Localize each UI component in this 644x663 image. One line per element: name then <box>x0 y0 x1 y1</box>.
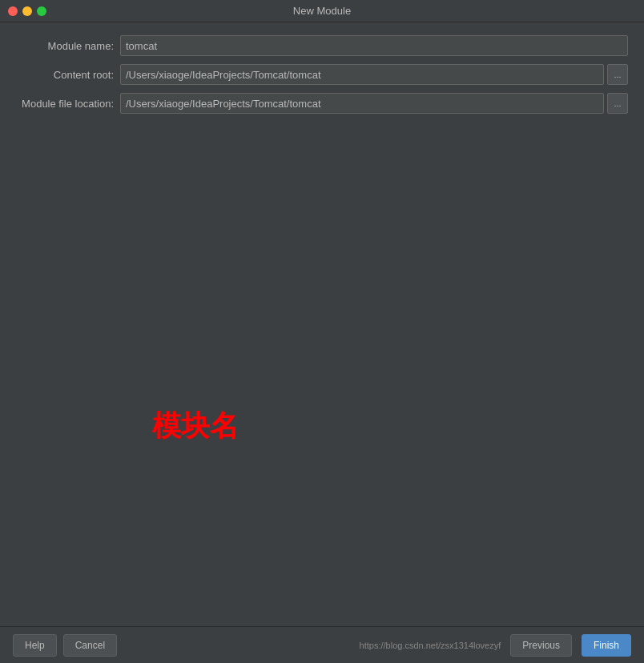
window-controls[interactable] <box>8 6 46 16</box>
module-name-input-wrap <box>120 35 628 56</box>
chinese-annotation-label: 模块名 <box>152 407 239 446</box>
content-root-input-wrap: ... <box>120 64 628 85</box>
module-file-location-label: Module file location: <box>16 98 120 110</box>
content-root-browse-button[interactable]: ... <box>607 64 628 85</box>
title-bar: New Module <box>0 0 644 22</box>
close-button[interactable] <box>8 6 18 16</box>
cancel-button[interactable]: Cancel <box>63 634 117 657</box>
content-root-input[interactable] <box>120 64 604 85</box>
bottom-bar: Help Cancel https://blog.csdn.net/zsx131… <box>0 626 644 663</box>
window-title: New Module <box>293 5 351 17</box>
module-name-label: Module name: <box>16 40 120 52</box>
dialog-content: Module name: Content root: ... Module fi… <box>0 22 644 135</box>
bottom-right-area: https://blog.csdn.net/zsx1314lovezyf Pre… <box>360 634 631 657</box>
previous-button[interactable]: Previous <box>510 634 572 657</box>
bottom-left-buttons: Help Cancel <box>13 634 117 657</box>
maximize-button[interactable] <box>37 6 46 16</box>
content-root-row: Content root: ... <box>16 64 628 85</box>
help-button[interactable]: Help <box>13 634 57 657</box>
module-name-input[interactable] <box>120 35 628 56</box>
url-label: https://blog.csdn.net/zsx1314lovezyf <box>360 641 501 650</box>
minimize-button[interactable] <box>22 6 32 16</box>
module-file-location-input[interactable] <box>120 93 604 114</box>
module-file-location-input-wrap: ... <box>120 93 628 114</box>
finish-button[interactable]: Finish <box>582 634 631 657</box>
module-name-row: Module name: <box>16 35 628 56</box>
module-file-location-browse-button[interactable]: ... <box>607 93 628 114</box>
content-root-label: Content root: <box>16 69 120 81</box>
module-file-location-row: Module file location: ... <box>16 93 628 114</box>
